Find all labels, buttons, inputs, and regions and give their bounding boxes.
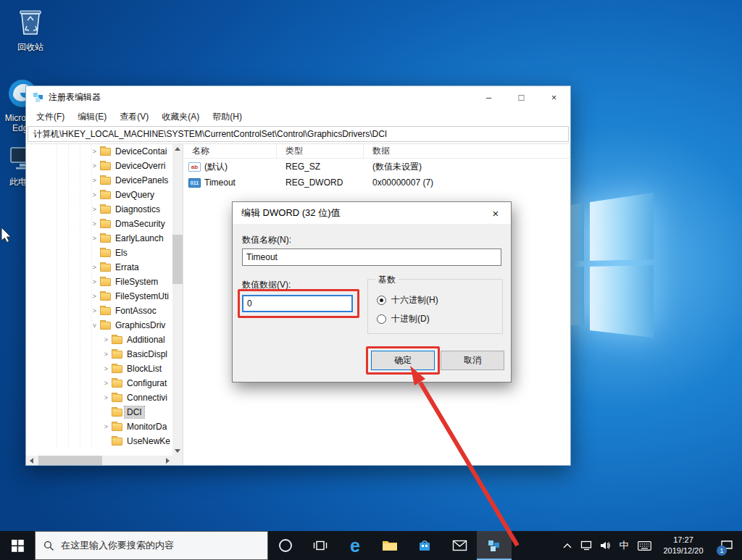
regedit-taskbar-button[interactable]: [477, 531, 512, 560]
task-view-button[interactable]: [303, 531, 338, 560]
tree-item[interactable]: > DevicePanels: [26, 173, 172, 188]
menu-item[interactable]: 查看(V): [113, 111, 155, 123]
menu-item[interactable]: 帮助(H): [206, 111, 249, 123]
touch-keyboard-button[interactable]: [633, 531, 655, 560]
tree-item[interactable]: > FileSystemUti: [26, 289, 172, 304]
tree-pane: > DeviceContai > DeviceOverri > DeviceP: [26, 144, 183, 465]
tree-item[interactable]: > DeviceContai: [26, 144, 172, 159]
expand-arrow-icon[interactable]: >: [90, 293, 99, 300]
tree-item[interactable]: DCI: [26, 405, 172, 419]
menu-item[interactable]: 文件(F): [30, 111, 71, 123]
value-row[interactable]: ab (默认) REG_SZ (数值未设置): [183, 159, 570, 175]
expand-arrow-icon[interactable]: >: [101, 394, 111, 401]
tree-item-label: DCI: [125, 406, 144, 418]
file-explorer-button[interactable]: [372, 531, 407, 560]
taskbar-clock[interactable]: 17:27 2019/12/20: [655, 531, 712, 560]
recycle-bin-icon[interactable]: 回收站: [7, 4, 54, 52]
folder-icon: [100, 322, 111, 330]
store-button[interactable]: [407, 531, 442, 560]
hex-radio-button[interactable]: [377, 296, 386, 305]
maximize-button[interactable]: □: [505, 86, 538, 108]
scroll-left-arrow[interactable]: [26, 456, 36, 465]
expand-arrow-icon[interactable]: >: [101, 380, 111, 387]
tree-item[interactable]: > FileSystem: [26, 275, 172, 289]
tree-item[interactable]: > DeviceOverri: [26, 159, 172, 173]
tree-item[interactable]: > Connectivi: [26, 390, 172, 405]
tree-item[interactable]: Els: [26, 246, 172, 260]
tree-vertical-scrollbar[interactable]: [172, 144, 183, 456]
start-button[interactable]: [0, 531, 35, 560]
expand-arrow-icon[interactable]: >: [90, 278, 99, 285]
tree-item[interactable]: > DmaSecurity: [26, 217, 172, 231]
dialog-close-button[interactable]: ×: [480, 202, 511, 224]
tree-horizontal-scrollbar[interactable]: [26, 456, 172, 465]
expand-arrow-icon[interactable]: >: [90, 264, 99, 271]
volume-tray-button[interactable]: [596, 531, 614, 560]
task-view-icon: [313, 539, 328, 552]
cancel-button[interactable]: 取消: [441, 351, 504, 370]
close-button[interactable]: ×: [538, 86, 570, 108]
cortana-button[interactable]: [268, 531, 303, 560]
horizontal-scroll-thumb[interactable]: [38, 456, 102, 465]
tree-item[interactable]: > Additional: [26, 333, 172, 347]
edge-taskbar-button[interactable]: e: [338, 531, 372, 560]
edit-dword-dialog: 编辑 DWORD (32 位)值 × 数值名称(N): Timeout 数值数据…: [232, 201, 512, 383]
menu-item[interactable]: 收藏夹(A): [155, 111, 206, 123]
hex-radio-row[interactable]: 十六进制(H): [377, 294, 438, 306]
value-data-input[interactable]: 0: [242, 295, 353, 312]
dialog-title-bar[interactable]: 编辑 DWORD (32 位)值 ×: [233, 202, 511, 224]
value-type-icon: ab: [188, 162, 201, 172]
expand-arrow-icon[interactable]: >: [90, 162, 99, 170]
search-icon: [43, 540, 54, 551]
tree-item-label: FileSystem: [113, 276, 160, 288]
expand-arrow-icon[interactable]: >: [90, 177, 99, 184]
expand-arrow-icon[interactable]: >: [101, 423, 111, 430]
tree-item[interactable]: > Configurat: [26, 376, 172, 390]
tree-item[interactable]: > MonitorDa: [26, 419, 172, 434]
tree-item[interactable]: > EarlyLaunch: [26, 231, 172, 246]
expand-arrow-icon[interactable]: >: [101, 336, 111, 343]
tree-item[interactable]: v GraphicsDriv: [26, 318, 172, 333]
expand-arrow-icon[interactable]: >: [90, 307, 99, 314]
tree-item[interactable]: > DevQuery: [26, 188, 172, 202]
folder-icon: [112, 438, 122, 446]
ime-indicator[interactable]: 中: [614, 531, 633, 560]
tree-item[interactable]: > FontAssoc: [26, 304, 172, 318]
title-bar[interactable]: 注册表编辑器 – □ ×: [26, 86, 570, 108]
value-row[interactable]: 011 Timeout REG_DWORD 0x00000007 (7): [183, 175, 570, 191]
tree-item[interactable]: > Diagnostics: [26, 202, 172, 217]
expand-arrow-icon[interactable]: v: [90, 322, 99, 329]
scroll-down-arrow[interactable]: [172, 446, 183, 456]
column-header-type[interactable]: 类型: [277, 144, 364, 158]
expand-arrow-icon[interactable]: >: [90, 235, 99, 242]
mail-button[interactable]: [442, 531, 477, 560]
address-field[interactable]: 计算机\HKEY_LOCAL_MACHINE\SYSTEM\CurrentCon…: [28, 126, 569, 142]
tree-item[interactable]: > Errata: [26, 260, 172, 275]
scroll-up-arrow[interactable]: [172, 144, 183, 154]
column-header-name[interactable]: 名称: [183, 144, 277, 158]
tree-item[interactable]: UseNewKe: [26, 434, 172, 448]
taskbar-search[interactable]: 在这里输入你要搜索的内容: [35, 531, 268, 560]
ok-button[interactable]: 确定: [371, 351, 435, 370]
tree-item[interactable]: > BlockList: [26, 362, 172, 376]
tray-expand-button[interactable]: [558, 531, 577, 560]
expand-arrow-icon[interactable]: >: [90, 206, 99, 213]
vertical-scroll-thumb[interactable]: [172, 235, 183, 284]
network-tray-button[interactable]: [577, 531, 596, 560]
value-type: REG_SZ: [277, 162, 364, 172]
action-center-button[interactable]: 1: [712, 531, 742, 560]
expand-arrow-icon[interactable]: >: [90, 220, 99, 227]
menu-item[interactable]: 编辑(E): [71, 111, 113, 123]
expand-arrow-icon[interactable]: >: [101, 365, 111, 372]
expand-arrow-icon[interactable]: >: [90, 148, 99, 155]
column-header-data[interactable]: 数据: [364, 144, 570, 158]
folder-icon: [112, 394, 122, 402]
dec-radio-row[interactable]: 十进制(D): [377, 313, 430, 325]
scroll-right-arrow[interactable]: [162, 456, 172, 465]
minimize-button[interactable]: –: [472, 86, 505, 108]
value-name-input[interactable]: Timeout: [242, 248, 501, 266]
expand-arrow-icon[interactable]: >: [90, 191, 99, 198]
tree-item[interactable]: > BasicDispl: [26, 347, 172, 362]
dec-radio-button[interactable]: [377, 314, 386, 324]
expand-arrow-icon[interactable]: >: [101, 351, 111, 358]
